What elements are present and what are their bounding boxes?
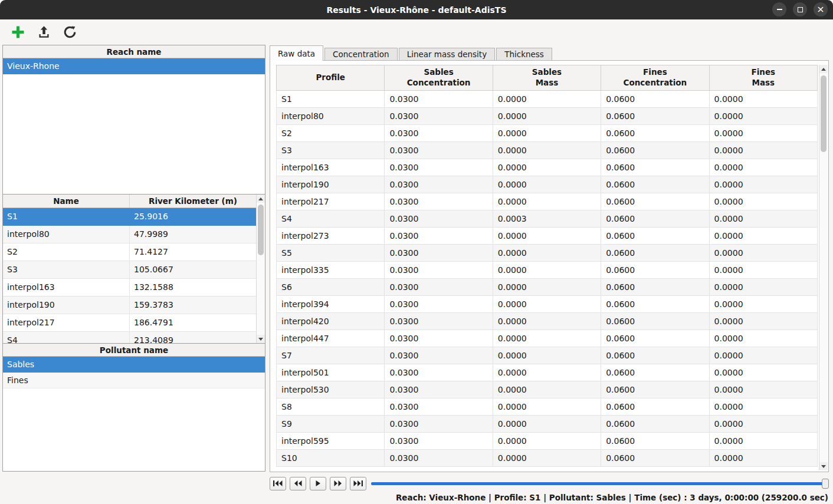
results-cell: 0.0000: [493, 416, 601, 433]
arrow-up-icon: [258, 197, 263, 200]
profiles-column-river-km[interactable]: River Kilometer (m): [130, 195, 257, 207]
results-cell: 0.0600: [601, 398, 709, 416]
results-cell: interpol163: [277, 159, 385, 176]
results-row[interactable]: S80.03000.00000.06000.0000: [277, 398, 818, 416]
export-button[interactable]: [34, 22, 53, 41]
results-cell: S1: [277, 91, 385, 108]
results-row[interactable]: S10.03000.00000.06000.0000: [277, 91, 818, 108]
results-row[interactable]: interpol4470.03000.00000.06000.0000: [277, 330, 818, 347]
results-cell: 0.0300: [385, 433, 493, 450]
results-cell: 0.0000: [493, 347, 601, 364]
results-column-header[interactable]: Profile: [277, 65, 385, 91]
profiles-scrollbar[interactable]: [256, 195, 265, 343]
results-scrollbar[interactable]: [819, 65, 828, 470]
close-button[interactable]: ×: [814, 2, 828, 17]
minimize-button[interactable]: [772, 2, 786, 17]
add-button[interactable]: [8, 22, 27, 41]
results-row[interactable]: S100.03000.00000.06000.0000: [277, 450, 818, 467]
results-column-header[interactable]: FinesMass: [709, 65, 817, 91]
results-cell: 0.0000: [493, 125, 601, 142]
profiles-column-name[interactable]: Name: [3, 195, 130, 207]
results-row[interactable]: interpol2170.03000.00000.06000.0000: [277, 193, 818, 210]
results-row[interactable]: interpol1630.03000.00000.06000.0000: [277, 159, 818, 176]
profile-cell: interpol217: [3, 314, 130, 331]
profile-row[interactable]: interpol163132.1588: [3, 278, 256, 296]
profiles-scroll-down-button[interactable]: [257, 335, 265, 343]
profile-cell: 25.9016: [130, 207, 257, 225]
results-cell: interpol595: [277, 433, 385, 450]
profiles-scroll-up-button[interactable]: [257, 195, 265, 203]
results-row[interactable]: S70.03000.00000.06000.0000: [277, 347, 818, 364]
time-slider-track[interactable]: [371, 482, 825, 485]
profiles-scroll-track[interactable]: [257, 203, 265, 335]
results-scrollbar-thumb[interactable]: [821, 75, 827, 152]
skip-last-button[interactable]: [350, 477, 366, 490]
results-cell: 0.0000: [493, 313, 601, 330]
titlebar[interactable]: Results - Vieux-Rhône - default-AdisTS ×: [0, 0, 833, 19]
results-row[interactable]: interpol4200.03000.00000.06000.0000: [277, 313, 818, 330]
results-scroll-track[interactable]: [819, 73, 828, 462]
profile-row[interactable]: interpol190159.3783: [3, 296, 256, 314]
results-cell: 0.0000: [709, 125, 817, 142]
results-row[interactable]: interpol5010.03000.00000.06000.0000: [277, 364, 818, 381]
results-cell: interpol273: [277, 228, 385, 245]
results-cell: 0.0600: [601, 381, 709, 398]
profile-row[interactable]: interpol217186.4791: [3, 314, 256, 331]
profile-row[interactable]: S125.9016: [3, 207, 256, 225]
profile-row[interactable]: interpol8047.9989: [3, 225, 256, 243]
results-row[interactable]: S60.03000.00000.06000.0000: [277, 279, 818, 296]
results-column-header[interactable]: SablesConcentration: [385, 65, 493, 91]
results-cell: 0.0600: [601, 450, 709, 467]
profile-cell: 105.0667: [130, 261, 257, 278]
results-row[interactable]: S40.03000.00030.06000.0000: [277, 210, 818, 228]
pollutant-item[interactable]: Sables: [3, 357, 265, 373]
results-cell: 0.0300: [385, 142, 493, 159]
results-row[interactable]: S30.03000.00000.06000.0000: [277, 142, 818, 159]
results-column-header[interactable]: SablesMass: [493, 65, 601, 91]
results-row[interactable]: interpol2730.03000.00000.06000.0000: [277, 228, 818, 245]
results-row[interactable]: S90.03000.00000.06000.0000: [277, 416, 818, 433]
tab-raw-data[interactable]: Raw data: [270, 45, 323, 61]
time-slider-handle[interactable]: [822, 479, 829, 489]
profile-row[interactable]: S4213.4089: [3, 331, 256, 343]
results-cell: 0.0300: [385, 228, 493, 245]
results-cell: 0.0000: [709, 296, 817, 313]
results-row[interactable]: interpol800.03000.00000.06000.0000: [277, 108, 818, 125]
results-row[interactable]: interpol5950.03000.00000.06000.0000: [277, 433, 818, 450]
results-cell: interpol394: [277, 296, 385, 313]
results-scroll-up-button[interactable]: [819, 65, 828, 73]
profile-row[interactable]: S271.4127: [3, 243, 256, 261]
results-cell: S3: [277, 142, 385, 159]
skip-first-button[interactable]: [270, 477, 286, 490]
results-row[interactable]: interpol5300.03000.00000.06000.0000: [277, 381, 818, 398]
fast-forward-button[interactable]: [330, 477, 346, 490]
tab-concentration[interactable]: Concentration: [324, 48, 398, 60]
play-button[interactable]: [310, 477, 326, 490]
results-cell: 0.0300: [385, 125, 493, 142]
tab-thickness[interactable]: Thickness: [496, 48, 552, 60]
rewind-button[interactable]: [290, 477, 306, 490]
results-cell: 0.0000: [493, 433, 601, 450]
tab-linear-mass-density[interactable]: Linear mass density: [399, 48, 496, 60]
results-row[interactable]: interpol3940.03000.00000.06000.0000: [277, 296, 818, 313]
time-slider[interactable]: [371, 477, 829, 490]
results-cell: 0.0000: [709, 450, 817, 467]
profiles-scrollbar-thumb[interactable]: [258, 205, 264, 255]
results-row[interactable]: interpol1900.03000.00000.06000.0000: [277, 176, 818, 193]
results-row[interactable]: S20.03000.00000.06000.0000: [277, 125, 818, 142]
pollutant-item[interactable]: Fines: [3, 373, 265, 388]
profile-row[interactable]: S3105.0667: [3, 261, 256, 278]
results-row[interactable]: interpol3350.03000.00000.06000.0000: [277, 262, 818, 279]
reach-item[interactable]: Vieux-Rhone: [3, 58, 265, 74]
results-panel: ProfileSablesConcentrationSablesMassFine…: [270, 60, 829, 472]
results-scroll-down-button[interactable]: [819, 462, 828, 470]
results-row[interactable]: S50.03000.00000.06000.0000: [277, 245, 818, 262]
results-cell: 0.0000: [493, 108, 601, 125]
profiles-panel: Name River Kilometer (m) S125.9016interp…: [2, 195, 265, 344]
maximize-button[interactable]: [793, 2, 807, 17]
tab-bar: Raw dataConcentrationLinear mass density…: [270, 45, 553, 61]
results-cell: 0.0000: [493, 142, 601, 159]
results-column-header[interactable]: FinesConcentration: [601, 65, 709, 91]
pollutant-name-header: Pollutant name: [3, 344, 265, 357]
refresh-button[interactable]: [60, 22, 79, 41]
